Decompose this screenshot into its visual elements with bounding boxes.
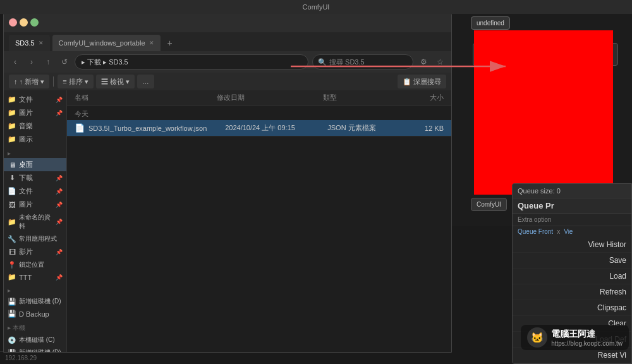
watermark-info: 電腦王阿達 https://blog.koopc.com.tw (551, 329, 623, 347)
browser-settings[interactable]: ⚙ (417, 56, 430, 68)
drive-d-icon: 💾 (8, 298, 16, 306)
desktop-icon: 🖥 (8, 161, 16, 169)
col-date[interactable]: 修改日期 (217, 93, 323, 102)
sidebar-item-downloads[interactable]: ⬇ 下載 📌 (4, 171, 66, 185)
watermark-icon: 🐱 (527, 327, 547, 348)
node-undefined[interactable]: undefined (471, 16, 510, 30)
queue-x: x (557, 228, 560, 235)
address-input[interactable]: ▸ 下載 ▸ SD3.5 (75, 54, 308, 70)
up-button[interactable]: ↑ (42, 56, 54, 68)
sidebar-item-apps[interactable]: 🔧 常用應用程式 (4, 233, 66, 245)
downloads-icon: ⬇ (8, 174, 16, 182)
col-name[interactable]: 名稱 (75, 93, 217, 102)
clipspace-btn[interactable]: Clipspac (513, 300, 631, 316)
file-name: SD3.5I_Turbo_example_workflow.json (88, 124, 225, 132)
documents-icon: 📁 (8, 95, 16, 104)
file-table-header: 名稱 修改日期 類型 大小 (67, 90, 451, 106)
search-placeholder: 搜尋 SD3.5 (329, 58, 365, 67)
col-size[interactable]: 大小 (394, 93, 444, 102)
file-row[interactable]: 📄 SD3.5I_Turbo_example_workflow.json 202… (67, 120, 451, 136)
ttt-icon: 📁 (8, 273, 16, 281)
tab-bar: SD3.5 ✕ ComfyUI_windows_portable ✕ + (4, 32, 451, 51)
new-icon: ↑ (14, 78, 18, 85)
browser-chrome (4, 12, 451, 32)
sidebar-item-pictures[interactable]: 📁 圖片 📌 (4, 106, 66, 119)
local-d-icon: 💾 (8, 349, 16, 353)
sort-button[interactable]: ≡ 排序 ▾ (58, 75, 94, 88)
docs-icon: 📄 (8, 187, 16, 195)
sidebar-item-icons[interactable]: 📁 圖示 (4, 133, 66, 146)
file-icon: 📄 (75, 123, 85, 133)
address-value: ▸ 下載 ▸ SD3.5 (82, 58, 128, 67)
watermark-badge: 🐱 電腦王阿達 https://blog.koopc.com.tw (521, 325, 629, 350)
tab-comfyui-label: ComfyUI_windows_portable (59, 39, 145, 47)
icons-icon: 📁 (8, 135, 16, 143)
sidebar-item-drive-d[interactable]: 💾 新增磁碟機 (D) (4, 295, 66, 308)
tab-sd35[interactable]: SD3.5 ✕ (9, 35, 50, 51)
view-button[interactable]: ☰ 檢視 ▾ (96, 75, 135, 88)
outer-title: ComfyUI (303, 3, 330, 11)
queue-header: Queue size: 0 (513, 184, 631, 198)
pics-icon: 🖼 (8, 201, 16, 209)
queue-extra-options: Extra option (513, 214, 631, 226)
more-button[interactable]: … (137, 75, 154, 88)
load-btn[interactable]: Load (513, 269, 631, 284)
backup-icon: 💾 (8, 310, 16, 318)
sidebar-item-backup[interactable]: 💾 D Backup (4, 308, 66, 320)
watermark: 🐱 電腦王阿達 https://blog.koopc.com.tw (521, 325, 629, 350)
file-list-area: 名稱 修改日期 類型 大小 今天 📄 SD3.5I_Turbo_example_… (67, 90, 451, 352)
close-btn[interactable] (9, 18, 17, 27)
sidebar-section-network: ▸ 本機 (4, 320, 66, 334)
forward-button[interactable]: › (25, 56, 38, 68)
status-ip: 192.168.29 (5, 355, 37, 361)
sidebar-item-music[interactable]: 📁 音樂 (4, 119, 66, 133)
search-box[interactable]: 🔍 搜尋 SD3.5 (312, 54, 413, 70)
minimize-btn[interactable] (20, 18, 28, 27)
sidebar-item-locations[interactable]: 📍 鎖定位置 (4, 258, 66, 271)
queue-front-option[interactable]: Queue Front (518, 228, 553, 235)
apps-icon: 🔧 (8, 235, 16, 243)
tab-comfyui-close[interactable]: ✕ (149, 40, 154, 46)
sidebar-item-ttt[interactable]: 📁 TTT 📌 (4, 271, 66, 283)
pictures-icon: 📁 (8, 109, 16, 117)
sidebar-item-desktop[interactable]: 🖥 桌面 (4, 158, 66, 171)
outer-titlebar: ComfyUI (0, 0, 632, 14)
tab-sd35-label: SD3.5 (15, 39, 35, 47)
deep-search-button[interactable]: 📋 深層搜尋 (398, 75, 446, 88)
refresh-button[interactable]: ↺ (58, 56, 71, 68)
queue-title-row: Queue Pr (513, 198, 631, 214)
save-btn[interactable]: Save (513, 253, 631, 269)
col-type[interactable]: 類型 (323, 93, 394, 102)
local-c-icon: 💿 (8, 336, 16, 344)
file-size: 12 KB (396, 124, 444, 132)
search-icon: 🔍 (318, 58, 327, 66)
address-bar-row: ‹ › ↑ ↺ ▸ 下載 ▸ SD3.5 🔍 搜尋 SD3.5 ⚙ ☆ (4, 51, 451, 73)
today-section: 今天 (67, 106, 451, 120)
new-tab-button[interactable]: + (163, 36, 177, 50)
sidebar-item-documents[interactable]: 📁 文件 📌 (4, 93, 66, 106)
file-toolbar: ↑ ↑ 新增 ▾ ≡ 排序 ▾ ☰ 檢視 ▾ … 📋 深層搜尋 (4, 73, 451, 90)
back-button[interactable]: ‹ (9, 56, 21, 68)
sidebar-item-pics[interactable]: 🖼 圖片 📌 (4, 198, 66, 211)
refresh-btn[interactable]: Refresh (513, 284, 631, 300)
node-comfy[interactable]: ComfyUI (471, 198, 507, 211)
comfyui-panel: undefined ● Image ● ● Image ● ComfyUI Qu… (436, 11, 632, 364)
tab-sd35-close[interactable]: ✕ (39, 40, 44, 46)
queue-title: Queue Pr (518, 201, 554, 210)
view-history-btn[interactable]: View Histor (513, 237, 631, 253)
sidebar-item-local-c[interactable]: 💿 本機磁碟 (C) (4, 334, 66, 346)
watermark-url: https://blog.koopc.com.tw (551, 340, 623, 347)
view-option[interactable]: Vie (564, 228, 573, 235)
sidebar-section-drives: ▸ (4, 283, 66, 295)
sidebar-item-videos[interactable]: 🎞 影片 📌 (4, 245, 66, 258)
videos-icon: 🎞 (8, 248, 16, 256)
sidebar-item-docs[interactable]: 📄 文件 📌 (4, 185, 66, 198)
tab-comfyui[interactable]: ComfyUI_windows_portable ✕ (52, 35, 161, 51)
maximize-btn[interactable] (30, 18, 39, 27)
sidebar-item-local-d[interactable]: 💾 新增磁碟機 (D) (4, 346, 66, 352)
sidebar-item-unnamed[interactable]: 📁 未命名的資料 📌 (4, 211, 66, 233)
window-controls (9, 18, 39, 27)
browser-star[interactable]: ☆ (434, 56, 446, 68)
new-button[interactable]: ↑ ↑ 新增 ▾ (9, 75, 49, 88)
sidebar-section-pinned: ▸ (4, 146, 66, 158)
